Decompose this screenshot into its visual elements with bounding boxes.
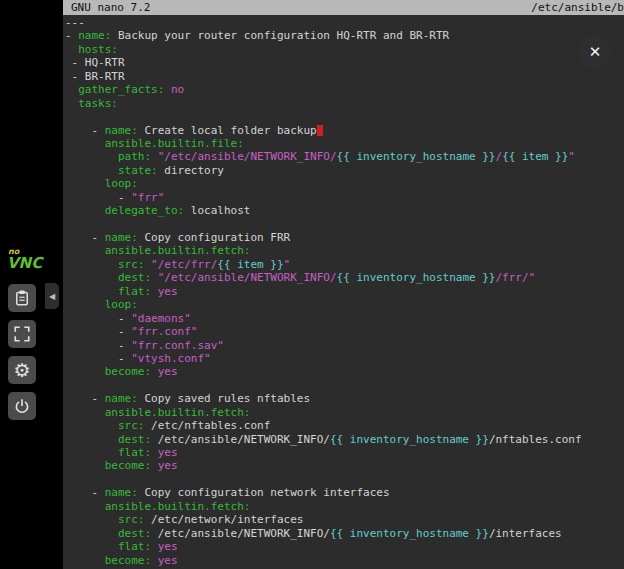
code-segment: {{ item }} [502, 150, 568, 163]
control-bar-handle[interactable]: ◀ [45, 283, 59, 309]
editor-line: dest: "/etc/ansible/NETWORK_INFO/{{ inve… [65, 271, 624, 284]
code-segment: --- [65, 16, 85, 29]
code-segment [65, 419, 118, 432]
code-segment: {{ inventory_hostname }} [330, 527, 489, 540]
vnc-sidebar: no VNC [0, 0, 63, 569]
code-segment: - [65, 486, 105, 499]
code-segment: Backup your router configuration HQ-RTR … [111, 29, 449, 42]
editor-line: tasks: [65, 97, 624, 110]
code-segment: yes [158, 554, 178, 567]
editor-line: - name: Copy configuration FRR [65, 231, 624, 244]
editor-line: ansible.builtin.fetch: [65, 500, 624, 513]
code-segment: /etc/ansible/NETWORK_INFO/ [151, 527, 330, 540]
code-segment [65, 97, 78, 110]
code-segment: gather_facts: [78, 83, 164, 96]
code-segment: "frr.conf.sav" [131, 339, 224, 352]
editor-line: - name: Copy configuration network inter… [65, 486, 624, 499]
code-segment [65, 298, 105, 311]
settings-button[interactable]: ⚙ [8, 356, 36, 384]
editor-line: state: directory [65, 164, 624, 177]
code-segment [65, 433, 118, 446]
close-button[interactable]: ✕ [578, 35, 612, 69]
text-cursor [317, 125, 323, 136]
editor-line: ansible.builtin.fetch: [65, 406, 624, 419]
editor-line: flat: yes [65, 285, 624, 298]
code-segment: src: [118, 513, 145, 526]
editor-line: delegate_to: localhost [65, 204, 624, 217]
editor-line: src: /etc/network/interfaces [65, 513, 624, 526]
code-segment: yes [158, 365, 178, 378]
code-segment: dest: [118, 527, 151, 540]
editor-line: src: /etc/nftables.conf [65, 419, 624, 432]
code-segment: become: [105, 365, 151, 378]
code-segment: src: [118, 419, 145, 432]
code-segment [65, 83, 78, 96]
code-segment [65, 459, 105, 472]
code-segment: hosts: [78, 43, 118, 56]
editor-line: - "frr" [65, 191, 624, 204]
code-segment: loop: [105, 298, 138, 311]
editor-line: loop: [65, 177, 624, 190]
fullscreen-button[interactable] [8, 320, 36, 348]
code-segment [164, 83, 171, 96]
editor-line: --- [65, 16, 624, 29]
code-segment [151, 540, 158, 553]
code-segment: dest: [118, 271, 151, 284]
editor-line [65, 218, 624, 231]
code-segment: - [65, 312, 131, 325]
code-segment [65, 406, 105, 419]
code-segment: become: [105, 459, 151, 472]
code-segment: flat: [118, 540, 151, 553]
editor-line: flat: yes [65, 540, 624, 553]
editor-line: ansible.builtin.file: [65, 137, 624, 150]
editor-line [65, 473, 624, 486]
code-segment [65, 446, 118, 459]
code-segment: /etc/nftables.conf [144, 419, 270, 432]
close-icon: ✕ [589, 43, 602, 61]
code-segment: path: [118, 150, 151, 163]
editor-line: - name: Create local folder backup [65, 124, 624, 137]
code-segment [65, 204, 105, 217]
code-segment: - BR-RTR [65, 70, 125, 83]
code-segment: - [65, 339, 131, 352]
code-segment: - [65, 29, 78, 42]
terminal-window: GNU nano 7.2 /etc/ansible/b ---- name: B… [63, 0, 624, 569]
power-button[interactable] [8, 392, 36, 420]
editor-line: - BR-RTR [65, 70, 624, 83]
code-segment: localhost [184, 204, 250, 217]
nano-titlebar: GNU nano 7.2 /etc/ansible/b [63, 0, 624, 15]
code-segment: "frr" [131, 191, 164, 204]
code-segment: ansible.builtin.fetch: [105, 500, 251, 513]
code-segment: /interfaces [489, 527, 562, 540]
editor-content[interactable]: ---- name: Backup your router configurat… [65, 16, 624, 569]
code-segment [65, 554, 105, 567]
editor-line: flat: yes [65, 446, 624, 459]
code-segment [65, 150, 118, 163]
code-segment: yes [158, 459, 178, 472]
code-segment [65, 285, 118, 298]
editor-line: - HQ-RTR [65, 56, 624, 69]
code-segment: dest: [118, 433, 151, 446]
clipboard-button[interactable] [8, 284, 36, 312]
editor-line: path: "/etc/ansible/NETWORK_INFO/{{ inve… [65, 150, 624, 163]
code-segment: name: [105, 486, 138, 499]
code-segment: "/etc/ansible/NETWORK_INFO/ [158, 271, 337, 284]
code-segment: "frr.conf" [131, 325, 197, 338]
code-segment: "/etc/frr/ [151, 258, 217, 271]
code-segment: become: [105, 554, 151, 567]
vnc-logo-text: VNC [7, 256, 43, 271]
code-segment [65, 137, 105, 150]
code-segment: /frr/" [496, 271, 536, 284]
code-segment: {{ item }} [217, 258, 283, 271]
editor-line: dest: /etc/ansible/NETWORK_INFO/{{ inven… [65, 433, 624, 446]
code-segment: tasks: [78, 97, 118, 110]
code-segment: directory [158, 164, 224, 177]
code-segment: state: [118, 164, 158, 177]
vnc-control-bar: ⚙ [8, 284, 36, 428]
code-segment: {{ inventory_hostname }} [337, 271, 496, 284]
code-segment: yes [158, 540, 178, 553]
editor-line: loop: [65, 298, 624, 311]
editor-line: - "daemons" [65, 312, 624, 325]
code-segment: loop: [105, 177, 138, 190]
editor-line: dest: /etc/ansible/NETWORK_INFO/{{ inven… [65, 527, 624, 540]
